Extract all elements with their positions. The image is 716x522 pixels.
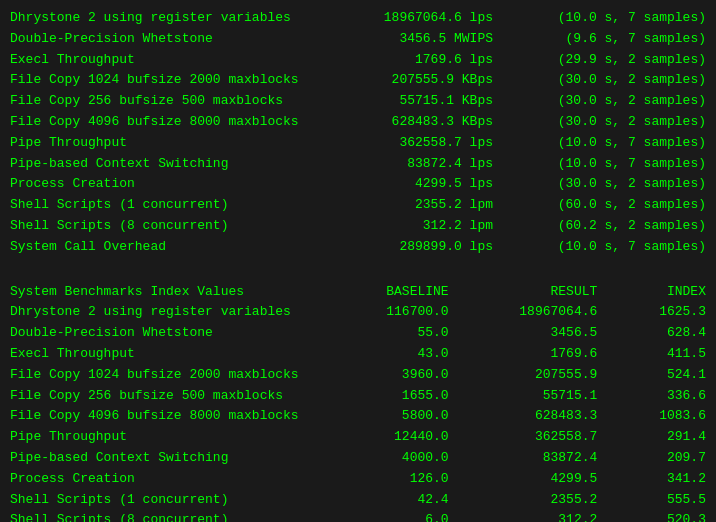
bench-value: 55715.1 KBps [373, 91, 493, 112]
bench-name: Dhrystone 2 using register variables [10, 8, 320, 29]
index-value: 628.4 [636, 323, 706, 344]
bench-meta: (9.6 s, 7 samples) [546, 29, 706, 50]
index-value: 341.2 [636, 469, 706, 490]
bench-row: Shell Scripts (8 concurrent)312.2 lpm(60… [10, 216, 706, 237]
index-result: 312.2 [487, 510, 597, 522]
bench-meta: (30.0 s, 2 samples) [546, 174, 706, 195]
bench-row: Double-Precision Whetstone3456.5 MWIPS(9… [10, 29, 706, 50]
bench-value: 1769.6 lps [373, 50, 493, 71]
benchmark-output: Dhrystone 2 using register variables1896… [10, 8, 706, 522]
index-value: 411.5 [636, 344, 706, 365]
index-bench-name: File Copy 1024 bufsize 2000 maxblocks [10, 365, 320, 386]
index-result: 2355.2 [487, 490, 597, 511]
bench-row: Pipe-based Context Switching83872.4 lps(… [10, 154, 706, 175]
bench-meta: (10.0 s, 7 samples) [546, 133, 706, 154]
index-baseline: 55.0 [359, 323, 449, 344]
index-row: File Copy 4096 bufsize 8000 maxblocks580… [10, 406, 706, 427]
bench-value: 3456.5 MWIPS [373, 29, 493, 50]
index-row: Shell Scripts (1 concurrent)42.42355.255… [10, 490, 706, 511]
index-row: File Copy 1024 bufsize 2000 maxblocks396… [10, 365, 706, 386]
index-row: Shell Scripts (8 concurrent)6.0312.2520.… [10, 510, 706, 522]
bench-meta: (60.0 s, 2 samples) [546, 195, 706, 216]
bench-value: 207555.9 KBps [373, 70, 493, 91]
index-value: 209.7 [636, 448, 706, 469]
bench-meta: (10.0 s, 7 samples) [546, 237, 706, 258]
bench-meta: (30.0 s, 2 samples) [546, 70, 706, 91]
bench-row: Shell Scripts (1 concurrent)2355.2 lpm(6… [10, 195, 706, 216]
bench-meta: (29.9 s, 2 samples) [546, 50, 706, 71]
index-baseline: 1655.0 [359, 386, 449, 407]
index-bench-name: Double-Precision Whetstone [10, 323, 320, 344]
section-spacer [10, 270, 706, 282]
index-section-title: System Benchmarks Index Values [10, 282, 320, 303]
bench-meta: (10.0 s, 7 samples) [546, 154, 706, 175]
bench-row: File Copy 4096 bufsize 8000 maxblocks628… [10, 112, 706, 133]
bench-meta: (30.0 s, 2 samples) [546, 91, 706, 112]
index-value: 520.3 [636, 510, 706, 522]
index-baseline: 4000.0 [359, 448, 449, 469]
index-result: 1769.6 [487, 344, 597, 365]
bench-name: File Copy 1024 bufsize 2000 maxblocks [10, 70, 320, 91]
index-value: 1625.3 [636, 302, 706, 323]
bench-meta: (10.0 s, 7 samples) [546, 8, 706, 29]
bench-name: File Copy 4096 bufsize 8000 maxblocks [10, 112, 320, 133]
index-result: 55715.1 [487, 386, 597, 407]
index-values-section: System Benchmarks Index ValuesBASELINERE… [10, 282, 706, 522]
col-header-baseline: BASELINE [359, 282, 449, 303]
bench-value: 18967064.6 lps [373, 8, 493, 29]
index-bench-name: File Copy 256 bufsize 500 maxblocks [10, 386, 320, 407]
index-row: File Copy 256 bufsize 500 maxblocks1655.… [10, 386, 706, 407]
bench-name: System Call Overhead [10, 237, 320, 258]
index-row: Dhrystone 2 using register variables1167… [10, 302, 706, 323]
index-row: Execl Throughput43.01769.6411.5 [10, 344, 706, 365]
raw-results-section: Dhrystone 2 using register variables1896… [10, 8, 706, 258]
index-bench-name: Pipe-based Context Switching [10, 448, 320, 469]
bench-name: Process Creation [10, 174, 320, 195]
index-row: Pipe-based Context Switching4000.083872.… [10, 448, 706, 469]
bench-value: 289899.0 lps [373, 237, 493, 258]
index-bench-name: Shell Scripts (1 concurrent) [10, 490, 320, 511]
bench-name: Execl Throughput [10, 50, 320, 71]
index-value: 555.5 [636, 490, 706, 511]
bench-name: Pipe-based Context Switching [10, 154, 320, 175]
bench-row: Execl Throughput1769.6 lps(29.9 s, 2 sam… [10, 50, 706, 71]
index-value: 291.4 [636, 427, 706, 448]
bench-row: System Call Overhead289899.0 lps(10.0 s,… [10, 237, 706, 258]
bench-row: Process Creation4299.5 lps(30.0 s, 2 sam… [10, 174, 706, 195]
index-baseline: 42.4 [359, 490, 449, 511]
bench-value: 362558.7 lps [373, 133, 493, 154]
bench-value: 83872.4 lps [373, 154, 493, 175]
col-header-result: RESULT [487, 282, 597, 303]
bench-value: 628483.3 KBps [373, 112, 493, 133]
index-bench-name: Shell Scripts (8 concurrent) [10, 510, 320, 522]
index-value: 336.6 [636, 386, 706, 407]
index-bench-name: File Copy 4096 bufsize 8000 maxblocks [10, 406, 320, 427]
index-bench-name: Dhrystone 2 using register variables [10, 302, 320, 323]
bench-value: 4299.5 lps [373, 174, 493, 195]
index-header-row: System Benchmarks Index ValuesBASELINERE… [10, 282, 706, 303]
index-row: Process Creation126.04299.5341.2 [10, 469, 706, 490]
index-baseline: 3960.0 [359, 365, 449, 386]
index-row: Pipe Throughput12440.0362558.7291.4 [10, 427, 706, 448]
bench-name: Shell Scripts (1 concurrent) [10, 195, 320, 216]
index-result: 207555.9 [487, 365, 597, 386]
bench-row: File Copy 1024 bufsize 2000 maxblocks207… [10, 70, 706, 91]
bench-row: Dhrystone 2 using register variables1896… [10, 8, 706, 29]
bench-name: File Copy 256 bufsize 500 maxblocks [10, 91, 320, 112]
bench-value: 2355.2 lpm [373, 195, 493, 216]
index-result: 18967064.6 [487, 302, 597, 323]
index-result: 4299.5 [487, 469, 597, 490]
index-result: 3456.5 [487, 323, 597, 344]
bench-meta: (30.0 s, 2 samples) [546, 112, 706, 133]
bench-row: File Copy 256 bufsize 500 maxblocks55715… [10, 91, 706, 112]
index-baseline: 12440.0 [359, 427, 449, 448]
index-baseline: 116700.0 [359, 302, 449, 323]
index-bench-name: Process Creation [10, 469, 320, 490]
bench-name: Double-Precision Whetstone [10, 29, 320, 50]
index-value: 1083.6 [636, 406, 706, 427]
index-bench-name: Execl Throughput [10, 344, 320, 365]
bench-value: 312.2 lpm [373, 216, 493, 237]
index-result: 628483.3 [487, 406, 597, 427]
index-result: 83872.4 [487, 448, 597, 469]
bench-meta: (60.2 s, 2 samples) [546, 216, 706, 237]
